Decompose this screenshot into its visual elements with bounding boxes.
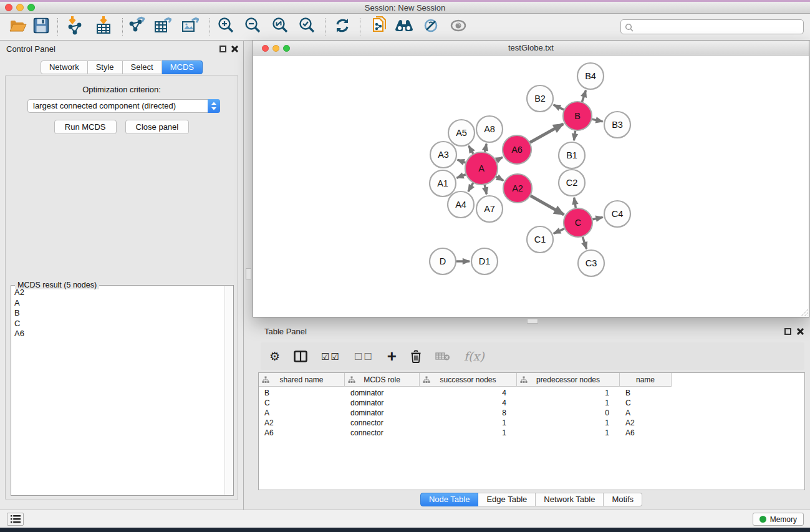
graph-edge-A6-B[interactable]: [530, 124, 563, 143]
graph-node-B1[interactable]: B1: [559, 142, 585, 168]
run-mcds-button[interactable]: Run MCDS: [54, 120, 117, 134]
zoom-selected-icon[interactable]: [298, 17, 316, 37]
table-cell[interactable]: connector: [345, 418, 420, 428]
graph-edge-B-B1[interactable]: [574, 131, 575, 140]
zoom-out-icon[interactable]: [244, 17, 261, 37]
table-cell[interactable]: A6: [259, 428, 345, 438]
tab-node-table[interactable]: Node Table: [420, 493, 479, 506]
result-scrollbar[interactable]: [224, 286, 233, 495]
graph-edge-A-A4[interactable]: [468, 183, 473, 191]
graph-node-B2[interactable]: B2: [527, 85, 553, 112]
table-cell[interactable]: 0: [517, 408, 620, 418]
graph-edge-B-B4[interactable]: [582, 90, 586, 102]
mcds-result-item[interactable]: A6: [12, 329, 224, 339]
graph-node-C2[interactable]: C2: [559, 170, 585, 196]
mcds-result-item[interactable]: A: [12, 298, 224, 309]
tab-motifs[interactable]: Motifs: [604, 493, 642, 506]
table-cell[interactable]: A2: [259, 418, 345, 428]
table-cell[interactable]: dominator: [345, 408, 420, 418]
zoom-fit-icon[interactable]: [271, 17, 289, 37]
add-column-icon[interactable]: +: [387, 350, 397, 362]
table-cell[interactable]: 8: [420, 408, 517, 418]
graph-edge-C-C2[interactable]: [574, 198, 576, 208]
graph-edge-A-A5[interactable]: [469, 146, 473, 154]
close-panel-icon[interactable]: [231, 45, 238, 52]
vertical-splitter-handle[interactable]: [246, 268, 251, 279]
table-cell[interactable]: B: [259, 388, 345, 398]
graph-edge-C-C1[interactable]: [554, 229, 564, 234]
zoom-in-icon[interactable]: [217, 17, 234, 37]
deselect-all-rows-icon[interactable]: ☐☐: [354, 351, 374, 362]
column-header-1[interactable]: MCDS role: [345, 373, 420, 387]
graph-node-A2[interactable]: A2: [503, 174, 532, 203]
column-header-3[interactable]: predecessor nodes: [517, 373, 620, 387]
table-cell[interactable]: 1: [420, 418, 517, 428]
graph-node-D1[interactable]: D1: [471, 248, 498, 274]
graphics-details-icon[interactable]: [423, 17, 439, 36]
network-canvas[interactable]: B4B2BB3A5A8A6A3B1AA1C2A2A4A7C4CC1DD1C3: [253, 56, 809, 317]
graph-node-B4[interactable]: B4: [577, 63, 604, 89]
close-panel-button[interactable]: Close panel: [125, 120, 190, 134]
graph-node-A4[interactable]: A4: [448, 191, 474, 218]
import-table-icon[interactable]: [95, 16, 112, 37]
search-input[interactable]: [636, 21, 798, 32]
graph-node-C1[interactable]: C1: [527, 226, 553, 253]
table-cell[interactable]: 1: [517, 388, 620, 398]
table-cell[interactable]: C: [620, 398, 672, 408]
column-settings-icon[interactable]: ⚙: [269, 351, 280, 362]
graph-node-C[interactable]: C: [564, 208, 592, 237]
export-network-icon[interactable]: [127, 16, 145, 37]
save-session-icon[interactable]: [34, 18, 49, 36]
graph-node-A1[interactable]: A1: [430, 170, 456, 196]
table-row[interactable]: Cdominator41C: [259, 398, 804, 408]
graph-edge-B-B2[interactable]: [554, 105, 564, 110]
table-cell[interactable]: dominator: [345, 398, 420, 408]
table-row[interactable]: Bdominator41B: [259, 388, 804, 398]
graph-edge-A-A6[interactable]: [496, 157, 503, 160]
graph-edge-A-A3[interactable]: [458, 160, 466, 163]
tab-network-table[interactable]: Network Table: [536, 493, 604, 506]
mcds-result-item[interactable]: B: [12, 308, 224, 319]
graph-edge-A-A8[interactable]: [485, 144, 486, 152]
mcds-result-item[interactable]: C: [12, 319, 224, 329]
window-resize-grip[interactable]: [801, 309, 808, 316]
table-cell[interactable]: A6: [620, 428, 672, 438]
tab-edge-table[interactable]: Edge Table: [478, 493, 536, 506]
graph-node-A7[interactable]: A7: [476, 196, 503, 222]
graph-edge-A2-C[interactable]: [531, 196, 564, 215]
memory-button[interactable]: Memory: [753, 513, 804, 526]
refresh-icon[interactable]: [334, 17, 350, 36]
graph-edge-A-A2[interactable]: [496, 177, 504, 180]
table-cell[interactable]: B: [620, 388, 672, 398]
column-header-2[interactable]: successor nodes: [420, 373, 517, 387]
tab-style[interactable]: Style: [88, 60, 123, 74]
network-window-titlebar[interactable]: testGlobe.txt: [253, 41, 809, 56]
table-row[interactable]: A6connector11A6: [259, 428, 804, 438]
table-cell[interactable]: connector: [345, 428, 420, 438]
graph-edge-C-C4[interactable]: [592, 217, 602, 220]
table-cell[interactable]: 4: [420, 398, 517, 408]
graph-node-B3[interactable]: B3: [604, 112, 630, 138]
graph-edge-B-B3[interactable]: [592, 119, 602, 122]
close-table-panel-icon[interactable]: [796, 327, 804, 335]
delete-column-icon[interactable]: [410, 350, 422, 363]
tab-select[interactable]: Select: [123, 60, 162, 74]
criterion-dropdown[interactable]: largest connected component (directed): [27, 99, 220, 113]
graph-edge-A-A1[interactable]: [456, 175, 465, 178]
tab-mcds[interactable]: MCDS: [162, 60, 203, 74]
graph-node-D[interactable]: D: [430, 248, 456, 274]
column-header-4[interactable]: name: [620, 373, 672, 387]
show-columns-icon[interactable]: [294, 351, 307, 362]
float-panel-icon[interactable]: [219, 46, 226, 52]
graph-node-B[interactable]: B: [563, 102, 592, 130]
graph-node-A5[interactable]: A5: [448, 120, 475, 146]
first-neighbors-icon[interactable]: [395, 18, 413, 36]
export-table-icon[interactable]: [154, 16, 171, 37]
import-network-icon[interactable]: [66, 16, 84, 37]
table-cell[interactable]: 4: [420, 388, 517, 398]
task-history-button[interactable]: [7, 513, 24, 526]
tab-network[interactable]: Network: [41, 60, 88, 74]
table-cell[interactable]: A: [620, 408, 672, 418]
function-builder-icon[interactable]: f(x): [464, 349, 485, 363]
graph-edge-A-A7[interactable]: [485, 185, 486, 194]
